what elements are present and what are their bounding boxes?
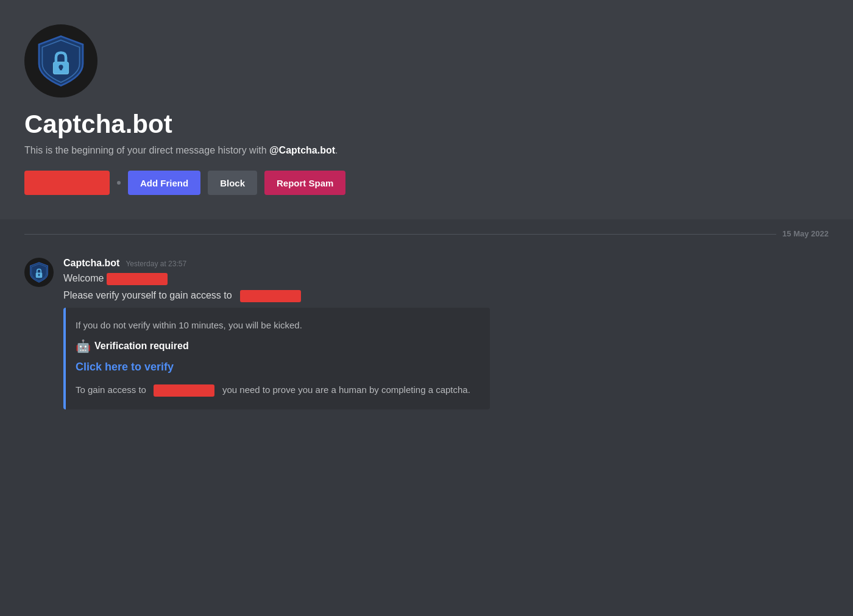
embed-access-text: To gain access to you need to prove you … [76, 383, 478, 397]
action-buttons: Add Friend Block Report Spam [24, 171, 829, 195]
redacted-button[interactable] [24, 171, 110, 195]
server-name-redacted [240, 290, 301, 302]
message-author: Captcha.bot [63, 258, 119, 269]
message-header: Captcha.bot Yesterday at 23:57 [63, 258, 829, 269]
message-avatar [24, 258, 54, 287]
dm-history-prefix: This is the beginning of your direct mes… [24, 145, 269, 155]
access-suffix: you need to prove you are a human by com… [222, 384, 470, 395]
dm-history-text: This is the beginning of your direct mes… [24, 145, 829, 156]
date-label: 15 May 2022 [776, 229, 829, 238]
verify-message: Please verify yourself to gain access to [63, 288, 829, 303]
report-spam-button[interactable]: Report Spam [264, 171, 345, 195]
robot-emoji: 🤖 [76, 339, 91, 353]
username-redacted [107, 273, 168, 285]
embed-title-text: Verification required [94, 341, 189, 352]
verify-text: Please verify yourself to gain access to [63, 290, 232, 300]
top-section: Captcha.bot This is the beginning of you… [0, 0, 853, 219]
block-button[interactable]: Block [208, 171, 257, 195]
welcome-text: Welcome [63, 273, 104, 283]
message-avatar-shield-icon [28, 261, 50, 283]
message-group: Captcha.bot Yesterday at 23:57 Welcome P… [12, 248, 841, 419]
shield-lock-icon [34, 34, 88, 88]
welcome-message: Welcome [63, 271, 829, 286]
date-divider: 15 May 2022 [12, 219, 841, 248]
dm-history-bold: @Captcha.bot [269, 145, 335, 155]
access-prefix: To gain access to [76, 384, 146, 395]
embed-verification-title: 🤖 Verification required [76, 339, 478, 353]
button-separator [117, 181, 121, 185]
embed-card: If you do not verify within 10 minutes, … [63, 308, 490, 409]
messages-section: 15 May 2022 Captcha.bot Yesterday at 23:… [0, 219, 853, 419]
add-friend-button[interactable]: Add Friend [128, 171, 200, 195]
bot-avatar [24, 24, 97, 97]
message-content: Captcha.bot Yesterday at 23:57 Welcome P… [63, 258, 829, 409]
embed-warning: If you do not verify within 10 minutes, … [76, 320, 478, 330]
server-name-redacted-2 [154, 384, 214, 397]
verify-link[interactable]: Click here to verify [76, 361, 478, 373]
svg-rect-5 [38, 275, 39, 276]
svg-rect-2 [60, 67, 62, 70]
message-timestamp: Yesterday at 23:57 [126, 260, 186, 268]
bot-name: Captcha.bot [24, 110, 829, 139]
dm-history-period: . [335, 145, 338, 155]
